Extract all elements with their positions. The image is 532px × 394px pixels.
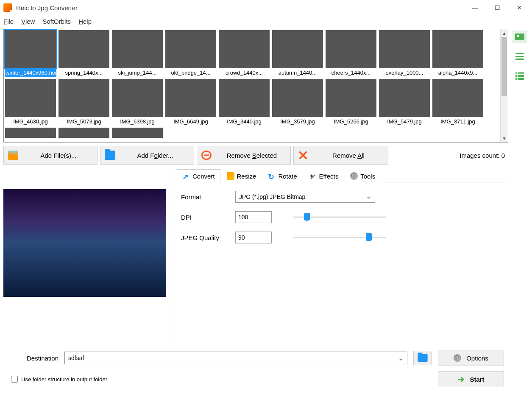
menu-help[interactable]: Help: [78, 18, 92, 25]
thumbnail-item[interactable]: autumn_1440...: [272, 30, 323, 77]
dpi-label: DPI: [181, 214, 227, 221]
minimize-button[interactable]: —: [470, 3, 480, 13]
thumbnail-label: overlay_1000...: [379, 68, 430, 77]
view-mode-panel: [511, 29, 529, 391]
thumbnails-view-icon: [515, 34, 524, 40]
thumbnail-item[interactable]: winter_1440x960.heic: [5, 30, 56, 77]
remove-all-icon: [298, 151, 308, 160]
tab-effects[interactable]: Effects: [304, 169, 344, 182]
thumbnail-item[interactable]: IMG_5479.jpg: [379, 79, 430, 126]
tab-tools-label: Tools: [360, 173, 375, 180]
thumbnail-image: [112, 30, 163, 68]
view-list-button[interactable]: [513, 50, 527, 63]
quality-label: JPEG Quality: [181, 234, 227, 241]
dpi-input[interactable]: [235, 211, 272, 223]
add-files-label: Add File(s)...: [24, 152, 93, 159]
thumbnail-label: IMG_6649.jpg: [165, 117, 217, 126]
quality-slider[interactable]: [293, 232, 386, 243]
thumbnail-item[interactable]: IMG_3579.jpg: [272, 79, 323, 126]
thumbnail-item[interactable]: IMG_3440.jpg: [218, 79, 270, 126]
start-arrow-icon: ➜: [457, 374, 465, 384]
titlebar: Heic to Jpg Converter — ☐ ✕: [0, 0, 532, 15]
start-label: Start: [470, 376, 484, 383]
tab-convert-label: Convert: [192, 173, 215, 180]
browse-button[interactable]: [413, 351, 432, 365]
quality-input[interactable]: [235, 232, 272, 243]
remove-selected-label: Remove Selected: [217, 152, 286, 159]
use-folder-structure-checkbox[interactable]: [11, 376, 18, 383]
view-grid-button[interactable]: [513, 70, 527, 82]
remove-all-button[interactable]: Remove All: [293, 146, 387, 165]
thumbnail-label: autumn_1440...: [272, 68, 323, 77]
add-folder-button[interactable]: Add Folder...: [100, 146, 194, 165]
rotate-icon: [268, 172, 276, 180]
dpi-slider[interactable]: [293, 212, 386, 222]
tab-resize-label: Resize: [237, 173, 256, 180]
options-button[interactable]: Options: [438, 350, 504, 366]
thumbnail-label: IMG_6398.jpg: [111, 117, 163, 126]
scrollbar[interactable]: ▲ ▼: [500, 29, 508, 142]
thumbnail-item[interactable]: [58, 128, 110, 138]
destination-value: sdfsaf: [68, 355, 84, 361]
view-thumbnails-button[interactable]: [513, 31, 527, 43]
thumbnail-image: [5, 128, 56, 138]
thumbnail-item[interactable]: overlay_1000...: [379, 30, 430, 77]
thumbnail-item[interactable]: IMG_6649.jpg: [165, 79, 217, 126]
thumbnail-image: [5, 30, 56, 68]
destination-input[interactable]: sdfsaf: [64, 352, 407, 364]
thumbnail-item[interactable]: IMG_5073.jpg: [58, 79, 110, 126]
start-button[interactable]: ➜ Start: [438, 371, 504, 387]
thumbnail-item[interactable]: spring_1440x...: [58, 30, 110, 77]
thumbnail-label: alpha_1440x9...: [432, 68, 484, 77]
gear-icon: [454, 354, 461, 362]
remove-selected-button[interactable]: Remove Selected: [197, 146, 291, 165]
tab-convert[interactable]: Convert: [177, 169, 220, 182]
menu-softorbits[interactable]: SoftOrbits: [42, 18, 71, 25]
thumbnail-item[interactable]: IMG_5256.jpg: [325, 79, 377, 126]
bottombar: Destination sdfsaf Options Use folder st…: [3, 346, 508, 391]
close-button[interactable]: ✕: [514, 3, 524, 13]
thumbnail-label: winter_1440x960.heic: [5, 68, 56, 77]
add-folder-icon: [105, 151, 115, 160]
thumbnail-item[interactable]: [5, 128, 56, 138]
thumbnail-label: IMG_5256.jpg: [325, 117, 377, 126]
add-files-icon: [8, 151, 18, 160]
effects-icon: [309, 172, 317, 180]
folder-icon: [418, 354, 427, 362]
remove-selected-icon: [201, 151, 212, 160]
menu-view[interactable]: View: [21, 18, 35, 25]
thumbnail-item[interactable]: old_bridge_14...: [165, 30, 217, 77]
scroll-down-icon[interactable]: ▼: [501, 134, 508, 142]
actionbar: Add File(s)... Add Folder... Remove Sele…: [3, 146, 508, 165]
thumbnail-item[interactable]: ski_jump_144...: [111, 30, 163, 77]
thumbnail-item[interactable]: alpha_1440x9...: [432, 30, 484, 77]
tab-rotate-label: Rotate: [278, 173, 297, 180]
app-icon: [3, 3, 12, 12]
thumbnail-item[interactable]: IMG_4630.jpg: [5, 79, 56, 126]
grid-view-icon: [515, 72, 524, 80]
maximize-button[interactable]: ☐: [492, 3, 502, 13]
thumbnail-label: IMG_3579.jpg: [272, 117, 323, 126]
thumbnail-item[interactable]: cheers_1440x...: [325, 30, 377, 77]
convert-tab-content: Format JPG (*.jpg) JPEG Bitmap DPI: [177, 182, 508, 260]
thumbnail-image: [165, 79, 216, 117]
add-files-button[interactable]: Add File(s)...: [3, 146, 97, 165]
list-view-icon: [515, 53, 524, 60]
scroll-handle[interactable]: [501, 37, 507, 96]
thumbnail-item[interactable]: [111, 128, 163, 138]
tab-resize[interactable]: Resize: [221, 169, 262, 182]
scroll-up-icon[interactable]: ▲: [501, 29, 508, 37]
thumbnail-item[interactable]: crowd_1440x...: [218, 30, 270, 77]
preview-panel: [3, 169, 170, 346]
thumbnail-image: [112, 79, 163, 117]
tab-rotate[interactable]: Rotate: [262, 169, 302, 182]
tab-tools[interactable]: Tools: [345, 169, 381, 182]
menu-file[interactable]: File: [3, 18, 14, 25]
thumbnail-item[interactable]: IMG_6398.jpg: [111, 79, 163, 126]
thumbnail-image: [272, 79, 323, 117]
thumbnail-label: IMG_3711.jpg: [432, 117, 484, 126]
format-select[interactable]: JPG (*.jpg) JPEG Bitmap: [235, 191, 375, 203]
thumbnail-image: [219, 30, 270, 68]
thumbnail-image: [432, 79, 483, 117]
thumbnail-item[interactable]: IMG_3711.jpg: [432, 79, 484, 126]
